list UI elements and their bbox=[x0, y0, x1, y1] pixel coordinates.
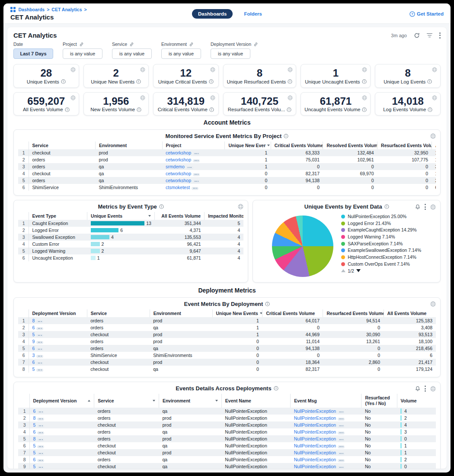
col-resolved[interactable]: Resolved Events Volume bbox=[323, 142, 377, 149]
legend-item[interactable]: ExampleSwallowedException 7.14% bbox=[341, 248, 421, 253]
globe-icon[interactable] bbox=[430, 301, 436, 307]
col-all[interactable]: All Events Volume bbox=[432, 142, 436, 149]
col-all[interactable]: All Events Volume bbox=[384, 309, 436, 317]
ellipsis-badge[interactable] bbox=[338, 438, 345, 441]
ellipsis-badge[interactable] bbox=[338, 418, 345, 421]
info-icon[interactable] bbox=[284, 134, 288, 138]
event-msg-link[interactable]: NullPointerException bbox=[294, 464, 336, 469]
info-icon[interactable] bbox=[362, 107, 367, 112]
col-resurfaced[interactable]: Resurfaced Events Volume bbox=[377, 142, 432, 149]
deployment-version-link[interactable]: 5 bbox=[33, 464, 36, 469]
breadcrumb-dashboards-link[interactable]: Dashboards bbox=[19, 7, 45, 12]
col-deployment-version[interactable]: Deployment Version bbox=[29, 309, 87, 317]
info-icon[interactable] bbox=[137, 107, 141, 112]
ellipsis-badge[interactable] bbox=[36, 320, 43, 323]
event-msg-link[interactable]: NullPointerException bbox=[294, 457, 336, 462]
get-started-button[interactable]: ? Get Started bbox=[409, 11, 444, 17]
project-link[interactable]: cetworkshop bbox=[166, 171, 191, 176]
filter-value-button[interactable]: is any value bbox=[112, 48, 152, 59]
breadcrumb-cet-analytics-link[interactable]: CET Analytics bbox=[51, 7, 82, 12]
unique-events-bar[interactable] bbox=[91, 242, 100, 246]
ellipsis-badge[interactable] bbox=[338, 466, 345, 469]
ellipsis-badge[interactable] bbox=[186, 166, 193, 169]
project-link[interactable]: cetworkshop bbox=[166, 150, 191, 155]
info-icon[interactable] bbox=[362, 79, 367, 84]
globe-icon[interactable] bbox=[430, 133, 436, 139]
globe-icon[interactable] bbox=[288, 95, 293, 100]
col-event-type[interactable]: Event Type bbox=[29, 212, 87, 220]
ellipsis-badge[interactable] bbox=[37, 466, 44, 469]
project-link[interactable]: cetworkshop bbox=[166, 178, 191, 183]
deployment-version-link[interactable]: 6 bbox=[33, 408, 36, 414]
globe-icon[interactable] bbox=[430, 386, 436, 392]
globe-icon[interactable] bbox=[288, 67, 293, 72]
deployment-version-link[interactable]: 5 bbox=[32, 367, 35, 372]
ellipsis-badge[interactable] bbox=[193, 180, 200, 183]
legend-item[interactable]: Custom OverOps Event 7.14% bbox=[341, 261, 421, 267]
col-critical[interactable]: Critical Events Volume bbox=[271, 142, 323, 149]
tab-dashboards[interactable]: Dashboards bbox=[192, 9, 233, 19]
ellipsis-badge[interactable] bbox=[37, 418, 44, 421]
ellipsis-badge[interactable] bbox=[36, 355, 43, 358]
kebab-icon[interactable] bbox=[425, 386, 426, 392]
globe-icon[interactable] bbox=[210, 67, 215, 72]
col-service[interactable]: Service bbox=[94, 394, 159, 408]
project-link[interactable]: srmdemo bbox=[166, 164, 185, 169]
info-icon[interactable] bbox=[61, 79, 66, 84]
project-link[interactable]: ctsmoketest bbox=[166, 185, 190, 190]
ellipsis-badge[interactable] bbox=[37, 459, 44, 462]
unique-events-bar[interactable] bbox=[91, 221, 145, 225]
event-msg-link[interactable]: NullPointerException bbox=[294, 436, 336, 441]
col-volume[interactable]: Volume bbox=[397, 394, 436, 408]
info-icon[interactable] bbox=[265, 302, 270, 306]
col-impacted[interactable]: Impacted Monitored Services bbox=[205, 212, 244, 220]
info-icon[interactable] bbox=[65, 107, 70, 112]
event-msg-link[interactable]: NullPointerException bbox=[294, 422, 336, 428]
dashboard-filters-button[interactable] bbox=[427, 33, 432, 38]
globe-icon[interactable] bbox=[362, 67, 367, 72]
globe-icon[interactable] bbox=[430, 204, 436, 210]
event-msg-link[interactable]: NullPointerException bbox=[294, 415, 336, 421]
col-environment[interactable]: Environment bbox=[159, 394, 221, 408]
col-project[interactable]: Project bbox=[162, 142, 225, 149]
legend-item[interactable]: SAXParseException 7.14% bbox=[341, 241, 421, 247]
deployment-version-link[interactable]: 6 bbox=[32, 346, 35, 351]
event-msg-link[interactable]: NullPointerException bbox=[294, 450, 336, 455]
ellipsis-badge[interactable] bbox=[338, 445, 345, 448]
legend-page-up-icon[interactable] bbox=[341, 269, 345, 272]
ellipsis-badge[interactable] bbox=[37, 425, 44, 428]
info-icon[interactable] bbox=[159, 204, 164, 209]
globe-icon[interactable] bbox=[70, 67, 76, 72]
deployment-version-link[interactable]: 8 bbox=[32, 318, 35, 323]
ellipsis-badge[interactable] bbox=[36, 348, 43, 351]
col-service[interactable]: Service bbox=[29, 142, 96, 149]
legend-item[interactable]: HttpHostConnectException 7.14% bbox=[341, 254, 421, 260]
pie-chart[interactable] bbox=[272, 215, 333, 277]
filter-value-button[interactable]: is any value bbox=[161, 48, 201, 59]
info-icon[interactable] bbox=[428, 107, 432, 112]
ellipsis-badge[interactable] bbox=[36, 369, 43, 372]
ellipsis-badge[interactable] bbox=[37, 431, 44, 434]
info-icon[interactable] bbox=[209, 107, 214, 112]
unique-events-bar[interactable] bbox=[91, 249, 100, 253]
unique-events-bar[interactable] bbox=[91, 228, 119, 232]
refresh-button[interactable] bbox=[414, 32, 420, 39]
alert-bell-icon[interactable] bbox=[415, 386, 420, 392]
col-unique-events[interactable]: Unique Events bbox=[87, 212, 155, 220]
legend-item[interactable]: Logged Warning 7.14% bbox=[341, 234, 421, 240]
col-unique-new[interactable]: Unique New Ever bbox=[225, 142, 271, 149]
deployment-version-link[interactable]: 6 bbox=[32, 360, 35, 365]
event-msg-link[interactable]: NullPointerException bbox=[294, 408, 336, 414]
deployment-version-link[interactable]: 8 bbox=[33, 436, 36, 441]
ellipsis-badge[interactable] bbox=[36, 334, 43, 337]
ellipsis-badge[interactable] bbox=[193, 152, 200, 155]
ellipsis-badge[interactable] bbox=[192, 187, 198, 190]
filter-value-button[interactable]: is any value bbox=[63, 48, 102, 59]
unique-events-bar[interactable] bbox=[91, 235, 110, 239]
ellipsis-badge[interactable] bbox=[193, 173, 200, 176]
dashboard-more-button[interactable] bbox=[439, 32, 441, 39]
col-environment[interactable]: Environment bbox=[96, 142, 163, 149]
deployment-version-link[interactable]: 5 bbox=[33, 450, 36, 455]
legend-item[interactable]: ExampleCaughtException 14.29% bbox=[341, 227, 421, 233]
col-resurfaced[interactable]: Resurfaced Events Volume bbox=[323, 309, 384, 317]
